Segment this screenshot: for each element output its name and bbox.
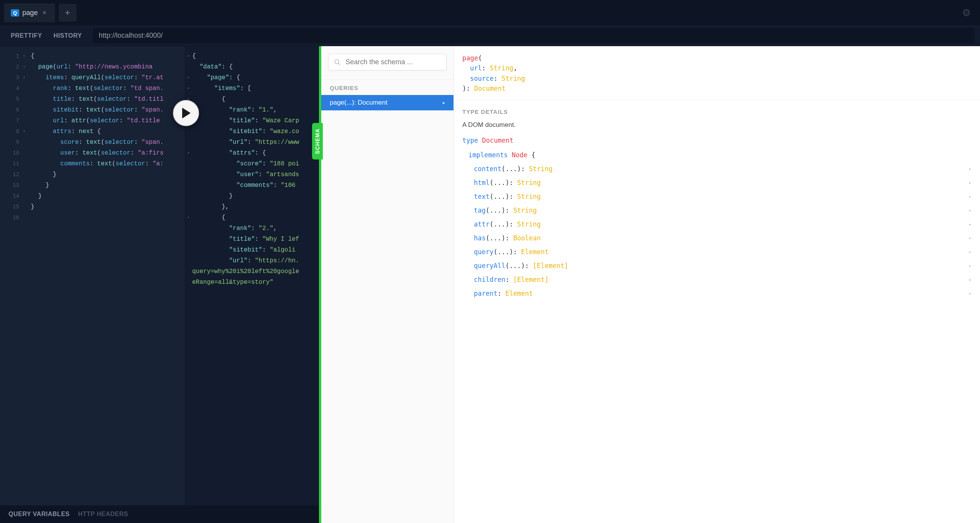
type-field[interactable]: content(...): String▸ bbox=[468, 162, 977, 176]
result-line: "items": [ bbox=[192, 83, 319, 94]
schema-queries-header: QUERIES bbox=[321, 80, 453, 95]
fold-toggle[interactable]: ▾ bbox=[184, 51, 192, 62]
chevron-right-icon: ▸ bbox=[969, 180, 972, 185]
type-field[interactable]: html(...): String▸ bbox=[468, 176, 977, 190]
result-line: "comments": "106 bbox=[192, 180, 319, 191]
http-headers-tab[interactable]: HTTP HEADERS bbox=[78, 511, 128, 518]
line-number: 9 bbox=[0, 137, 21, 148]
line-number: 14 bbox=[0, 191, 21, 202]
svg-point-1 bbox=[335, 60, 339, 64]
result-line: eRange=all&type=story" bbox=[192, 277, 319, 288]
docs-signature: page( url: String,source: String ): Docu… bbox=[454, 46, 980, 100]
result-line: }, bbox=[192, 202, 319, 212]
type-field[interactable]: tag(...): String▸ bbox=[468, 203, 977, 217]
chevron-right-icon: ▸ bbox=[969, 222, 972, 227]
fold-toggle[interactable]: ▾ bbox=[184, 83, 192, 94]
code-line[interactable]: url: attr(selector: "td.title bbox=[31, 115, 164, 126]
result-line: "score": "188 poi bbox=[192, 158, 319, 169]
result-line: } bbox=[192, 191, 319, 202]
line-number: 6 bbox=[0, 105, 21, 115]
line-number: 3 bbox=[0, 72, 21, 83]
endpoint-input[interactable] bbox=[93, 28, 975, 43]
type-description: A DOM document. bbox=[454, 118, 980, 133]
chevron-right-icon: ▸ bbox=[969, 235, 972, 241]
schema-query-item[interactable]: page(...): Document▸ bbox=[321, 95, 453, 110]
line-number: 4 bbox=[0, 83, 21, 94]
code-line[interactable]: sitebit: text(selector: "span. bbox=[31, 105, 164, 115]
result-line: "rank": "2.", bbox=[192, 223, 319, 234]
code-line[interactable]: items: queryAll(selector: "tr.at bbox=[31, 72, 164, 83]
chevron-right-icon: ▸ bbox=[443, 100, 445, 105]
code-line[interactable]: rank: text(selector: "td span. bbox=[31, 83, 164, 94]
fold-toggle bbox=[184, 169, 192, 180]
line-number: 7 bbox=[0, 115, 21, 126]
execute-button[interactable] bbox=[173, 100, 199, 126]
line-number: 2 bbox=[0, 62, 21, 72]
chevron-right-icon: ▸ bbox=[969, 166, 972, 172]
code-line[interactable]: } bbox=[31, 191, 164, 202]
editor-gutter: 12345678910111213141516 bbox=[0, 46, 23, 523]
svg-marker-0 bbox=[182, 108, 191, 118]
fold-toggle[interactable]: ▾ bbox=[184, 148, 192, 158]
chevron-right-icon: ▸ bbox=[969, 208, 972, 213]
type-field[interactable]: parent: Element▸ bbox=[468, 286, 977, 300]
svg-line-2 bbox=[338, 63, 340, 65]
code-line[interactable]: } bbox=[31, 180, 164, 191]
prettify-button[interactable]: PRETTIFY bbox=[5, 29, 47, 42]
fold-toggle bbox=[184, 191, 192, 202]
schema-search-input[interactable] bbox=[345, 58, 441, 66]
fold-toggle bbox=[184, 223, 192, 234]
fold-toggle bbox=[184, 255, 192, 266]
tab-badge: Q bbox=[11, 9, 19, 17]
toolbar: PRETTIFY HISTORY bbox=[0, 25, 980, 46]
new-tab-button[interactable]: + bbox=[59, 4, 76, 22]
schema-search[interactable] bbox=[328, 54, 447, 70]
fold-toggle bbox=[184, 158, 192, 169]
result-code[interactable]: { "data": { "page": { "items": [ { "rank… bbox=[184, 46, 319, 288]
type-field[interactable]: attr(...): String▸ bbox=[468, 217, 977, 231]
editor-code[interactable]: { page(url: "http://news.ycombina items:… bbox=[23, 46, 164, 523]
close-icon[interactable]: × bbox=[41, 9, 48, 17]
code-line[interactable]: page(url: "http://news.ycombina bbox=[31, 62, 164, 72]
code-line[interactable]: title: text(selector: "td.titl bbox=[31, 94, 164, 105]
code-line[interactable]: { bbox=[31, 51, 164, 62]
bottom-bar: QUERY VARIABLES HTTP HEADERS bbox=[0, 505, 319, 523]
result-line: { bbox=[192, 51, 319, 62]
line-number: 5 bbox=[0, 94, 21, 105]
code-line[interactable]: } bbox=[31, 202, 164, 212]
history-button[interactable]: HISTORY bbox=[48, 29, 87, 42]
chevron-right-icon: ▸ bbox=[969, 263, 972, 268]
result-line: { bbox=[192, 94, 319, 105]
fold-toggle[interactable]: ▾ bbox=[184, 72, 192, 83]
fold-toggle bbox=[184, 126, 192, 137]
line-number: 8 bbox=[0, 126, 21, 137]
result-pane: ▾▾▾▾▾▾ { "data": { "page": { "items": [ … bbox=[184, 46, 319, 523]
code-line[interactable]: comments: text(selector: "a: bbox=[31, 158, 164, 169]
code-line[interactable]: } bbox=[31, 169, 164, 180]
result-line: "data": { bbox=[192, 62, 319, 72]
type-field[interactable]: has(...): Boolean▸ bbox=[468, 231, 977, 245]
type-field[interactable]: text(...): String▸ bbox=[468, 190, 977, 203]
tab-active[interactable]: Q page × bbox=[4, 3, 55, 22]
result-line: query=why%20i%20left%20google bbox=[192, 266, 319, 277]
tab-bar: Q page × + ⚙ bbox=[0, 0, 980, 25]
signature-arg: url: String, bbox=[462, 63, 972, 73]
line-number: 16 bbox=[0, 212, 21, 223]
code-line[interactable]: user: text(selector: "a:firs bbox=[31, 148, 164, 158]
line-number: 1 bbox=[0, 51, 21, 62]
line-number: 12 bbox=[0, 169, 21, 180]
fold-toggle[interactable]: ▾ bbox=[184, 212, 192, 223]
fold-toggle bbox=[184, 277, 192, 288]
query-editor[interactable]: 12345678910111213141516 { page(url: "htt… bbox=[0, 46, 184, 523]
result-line: "url": "https://hn. bbox=[192, 255, 319, 266]
settings-button[interactable]: ⚙ bbox=[962, 7, 976, 19]
implements-line: implements Node { bbox=[454, 148, 980, 160]
type-field[interactable]: query(...): Element▸ bbox=[468, 245, 977, 259]
result-line: "title": "Why I lef bbox=[192, 234, 319, 245]
query-variables-tab[interactable]: QUERY VARIABLES bbox=[8, 511, 70, 518]
code-line[interactable]: score: text(selector: "span. bbox=[31, 137, 164, 148]
type-field[interactable]: children: [Element]▸ bbox=[468, 273, 977, 286]
type-field[interactable]: queryAll(...): [Element]▸ bbox=[468, 259, 977, 273]
schema-tab-handle[interactable]: SCHEMA bbox=[312, 123, 323, 160]
code-line[interactable]: attrs: next { bbox=[31, 126, 164, 137]
